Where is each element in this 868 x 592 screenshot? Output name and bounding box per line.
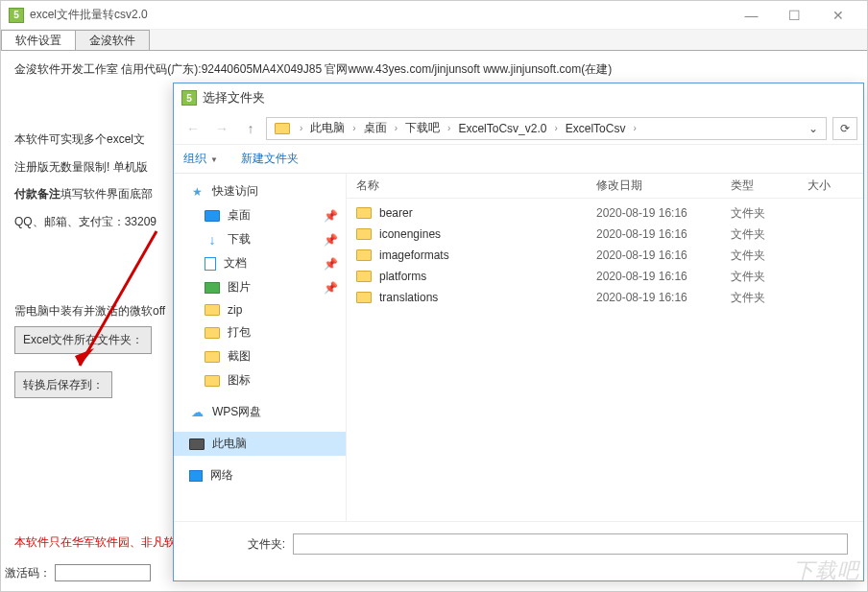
chevron-right-icon: ›	[389, 123, 403, 133]
tree-zip[interactable]: zip	[174, 299, 346, 320]
tree-downloads[interactable]: ↓下载📌	[174, 227, 346, 251]
dialog-titlebar: 5 选择文件夹	[174, 83, 863, 112]
breadcrumb-item[interactable]: ExcelToCsv_v2.0	[456, 122, 548, 135]
dialog-nav-toolbar: ← → ↑ › 此电脑 › 桌面 › 下载吧 › ExcelToCsv_v2.0…	[174, 112, 863, 145]
breadcrumb-item[interactable]: 下载吧	[403, 120, 442, 136]
breadcrumb-item[interactable]: 桌面	[362, 120, 389, 136]
pin-icon: 📌	[324, 233, 338, 247]
col-name[interactable]: 名称	[356, 178, 596, 194]
folder-dialog: 5 选择文件夹 ← → ↑ › 此电脑 › 桌面 › 下载吧 › ExcelTo…	[173, 83, 864, 581]
file-type: 文件夹	[731, 226, 808, 243]
credit-line: 金浚软件开发工作室 信用代码(广东):92440605MA4X049J85 官网…	[14, 59, 854, 81]
file-type: 文件夹	[731, 205, 808, 222]
tree-documents[interactable]: 文档📌	[174, 251, 346, 275]
pictures-icon	[205, 282, 220, 294]
file-row[interactable]: platforms2020-08-19 16:16文件夹	[347, 266, 863, 287]
file-type: 文件夹	[731, 248, 808, 264]
file-list-area: 名称 修改日期 类型 大小 bearer2020-08-19 16:16文件夹i…	[347, 174, 863, 521]
source-folder-button[interactable]: Excel文件所在文件夹：	[14, 326, 152, 354]
refresh-button[interactable]: ⟳	[832, 117, 857, 140]
breadcrumb-item[interactable]: 此电脑	[308, 120, 347, 136]
new-folder-button[interactable]: 新建文件夹	[241, 151, 299, 167]
dialog-title: 选择文件夹	[203, 89, 856, 107]
tree-network[interactable]: 网络	[174, 463, 346, 487]
breadcrumb[interactable]: › 此电脑 › 桌面 › 下载吧 › ExcelToCsv_v2.0 › Exc…	[266, 117, 827, 140]
file-type: 文件夹	[731, 269, 808, 285]
sidebar-tree: ★快速访问 桌面📌 ↓下载📌 文档📌 图片📌 zip 打包 截图 图标 ☁WPS…	[174, 174, 347, 521]
network-icon	[189, 470, 203, 482]
file-date: 2020-08-19 16:16	[596, 227, 731, 241]
activation-label: 激活码：	[5, 565, 51, 581]
app-icon: 5	[9, 8, 24, 23]
tree-icons[interactable]: 图标	[174, 368, 346, 392]
pin-icon: 📌	[324, 281, 338, 295]
file-date: 2020-08-19 16:16	[596, 291, 731, 304]
tab-jinjun[interactable]: 金浚软件	[75, 30, 150, 50]
tree-wps[interactable]: ☁WPS网盘	[174, 400, 346, 424]
download-icon: ↓	[205, 233, 220, 247]
organize-menu[interactable]: 组织▼	[183, 151, 218, 167]
folder-icon	[356, 292, 372, 303]
dialog-organize-toolbar: 组织▼ 新建文件夹	[174, 145, 863, 174]
breadcrumb-dropdown[interactable]: ⌄	[805, 122, 822, 135]
tree-pictures[interactable]: 图片📌	[174, 275, 346, 299]
document-icon	[205, 257, 216, 271]
folder-icon	[205, 304, 220, 316]
tree-this-pc[interactable]: 此电脑	[174, 432, 346, 456]
bottom-notice: 本软件只在华军软件园、非凡软	[14, 534, 176, 551]
file-date: 2020-08-19 16:16	[596, 206, 731, 220]
file-name: iconengines	[379, 227, 441, 241]
folder-icon	[356, 207, 372, 219]
save-folder-button[interactable]: 转换后保存到：	[14, 371, 112, 399]
file-date: 2020-08-19 16:16	[596, 249, 731, 262]
tree-quick-access[interactable]: ★快速访问	[174, 179, 346, 203]
footer-label: 文件夹:	[189, 533, 285, 553]
nav-back-button[interactable]: ←	[180, 117, 206, 140]
file-date: 2020-08-19 16:16	[596, 270, 731, 283]
pc-icon	[189, 438, 205, 450]
tab-settings[interactable]: 软件设置	[1, 30, 76, 50]
folder-icon	[356, 271, 372, 282]
folder-icon	[205, 351, 220, 363]
folder-icon	[205, 375, 220, 387]
file-row[interactable]: bearer2020-08-19 16:16文件夹	[347, 202, 863, 224]
col-size[interactable]: 大小	[808, 178, 863, 194]
tree-desktop[interactable]: 桌面📌	[174, 203, 346, 227]
main-tabs: 软件设置 金浚软件	[1, 30, 867, 51]
tree-screenshot[interactable]: 截图	[174, 344, 346, 368]
chevron-right-icon: ›	[627, 123, 641, 133]
activation-input[interactable]	[55, 564, 151, 581]
window-title: excel文件批量转csv2.0	[30, 7, 730, 23]
file-name: bearer	[379, 206, 413, 220]
star-icon: ★	[189, 185, 205, 199]
pin-icon: 📌	[324, 257, 338, 271]
file-row[interactable]: translations2020-08-19 16:16文件夹	[347, 287, 863, 308]
maximize-button[interactable]: ☐	[773, 1, 816, 29]
dialog-footer: 文件夹:	[174, 521, 863, 580]
folder-icon	[356, 228, 372, 240]
chevron-right-icon: ›	[347, 123, 361, 133]
breadcrumb-item[interactable]: ExcelToCsv	[564, 122, 628, 135]
file-type: 文件夹	[731, 290, 808, 306]
folder-name-input[interactable]	[293, 533, 848, 555]
file-name: platforms	[379, 270, 426, 283]
file-name: imageformats	[379, 249, 449, 262]
file-list-header: 名称 修改日期 类型 大小	[347, 174, 863, 199]
nav-forward-button[interactable]: →	[208, 117, 235, 140]
chevron-right-icon: ›	[442, 123, 456, 133]
file-row[interactable]: imageformats2020-08-19 16:16文件夹	[347, 245, 863, 266]
close-button[interactable]: ✕	[816, 1, 859, 29]
minimize-button[interactable]: —	[730, 1, 773, 29]
col-date[interactable]: 修改日期	[596, 178, 731, 194]
desktop-icon	[205, 210, 220, 222]
main-titlebar: 5 excel文件批量转csv2.0 — ☐ ✕	[1, 1, 867, 30]
cloud-icon: ☁	[189, 406, 205, 419]
tree-pack[interactable]: 打包	[174, 320, 346, 344]
chevron-right-icon: ›	[294, 123, 308, 133]
file-row[interactable]: iconengines2020-08-19 16:16文件夹	[347, 224, 863, 245]
col-type[interactable]: 类型	[731, 178, 808, 194]
file-list: bearer2020-08-19 16:16文件夹iconengines2020…	[347, 199, 863, 521]
dialog-icon: 5	[181, 90, 197, 106]
nav-up-button[interactable]: ↑	[237, 117, 264, 140]
file-name: translations	[379, 291, 438, 304]
